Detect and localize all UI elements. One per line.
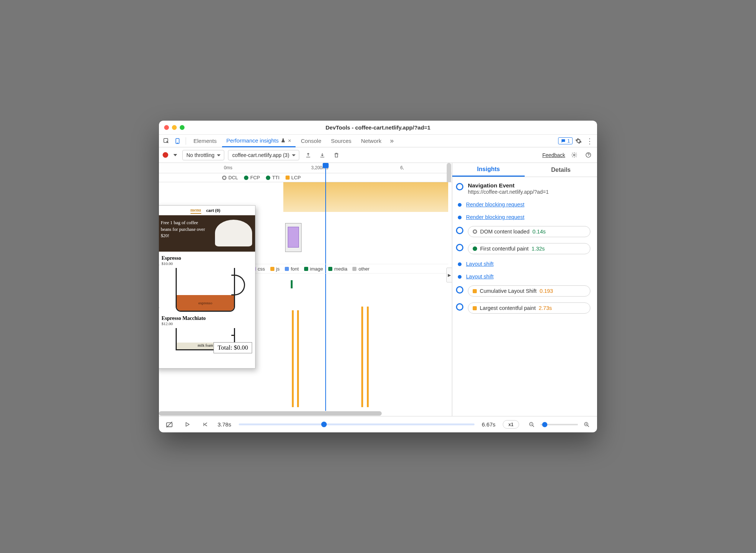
- preview-item2-name: Espresso Macchiato: [162, 315, 249, 321]
- marker-tti: TTI: [266, 175, 280, 180]
- seek-start-icon[interactable]: [200, 420, 210, 429]
- feedback-link[interactable]: Feedback: [542, 152, 565, 158]
- no-screenshot-icon[interactable]: [164, 420, 175, 429]
- bar: [292, 310, 294, 407]
- mug-fill: espresso: [177, 295, 234, 311]
- slider-thumb-icon[interactable]: [542, 422, 547, 427]
- timeline-body[interactable]: css js font image media other ▶: [159, 182, 452, 411]
- screenshot-thumb[interactable]: [285, 223, 302, 252]
- play-icon[interactable]: [182, 420, 192, 429]
- svg-point-3: [573, 154, 575, 156]
- seek-slider[interactable]: [239, 423, 475, 425]
- traffic-lights: [164, 125, 185, 130]
- bar: [291, 280, 293, 288]
- expand-marker-icon[interactable]: ▶: [159, 305, 159, 310]
- metric-label: Largest contentful paint: [480, 305, 536, 311]
- insight-fcp[interactable]: First contentful paint 1.32s: [468, 243, 590, 254]
- divider: [186, 137, 186, 145]
- timeline-node-icon: [456, 227, 463, 234]
- collapse-sidepane-icon[interactable]: ▶: [446, 268, 452, 282]
- preview-item1-name: Espresso: [162, 255, 249, 261]
- zoom-slider[interactable]: [541, 424, 578, 425]
- preview-menu: menu: [190, 207, 201, 214]
- tab-performance-insights[interactable]: Performance insights ×: [222, 135, 296, 147]
- insight-layout-shift[interactable]: Layout shift: [466, 260, 493, 267]
- perf-toolbar: No throttling coffee-cart.netlify.app (3…: [159, 147, 597, 163]
- marker-lcp: LCP: [286, 175, 301, 180]
- zoom-in-icon[interactable]: [581, 420, 592, 429]
- milestone-markers: DCL FCP TTI LCP: [159, 173, 452, 182]
- close-tab-icon[interactable]: ×: [288, 137, 291, 144]
- insight-lcp[interactable]: Largest contentful paint 2.73s: [468, 302, 590, 314]
- preview-item1-price: $10.00: [162, 261, 249, 266]
- preview-item2-price: $12.00: [162, 321, 249, 326]
- slider-thumb-icon[interactable]: [321, 422, 327, 427]
- inspect-icon[interactable]: [161, 136, 172, 146]
- download-icon[interactable]: [317, 150, 328, 160]
- svg-line-12: [587, 425, 589, 427]
- insight-layout-shift[interactable]: Layout shift: [466, 273, 493, 279]
- help-icon[interactable]: [583, 150, 593, 160]
- panel-tabs: Elements Performance insights × Console …: [159, 135, 597, 147]
- throttling-select[interactable]: No throttling: [182, 150, 224, 160]
- session-select[interactable]: coffee-cart.netlify.app (3): [228, 150, 299, 160]
- resource-legend: css js font image media other: [252, 264, 448, 274]
- tab-sources[interactable]: Sources: [326, 135, 356, 147]
- timeline-node-icon: [458, 216, 462, 219]
- tab-network[interactable]: Network: [356, 135, 386, 147]
- tab-elements[interactable]: Elements: [189, 135, 221, 147]
- record-button[interactable]: [163, 152, 168, 158]
- metric-label: Cumulative Layout Shift: [480, 288, 537, 294]
- zoom-out-icon[interactable]: [527, 420, 537, 429]
- device-toggle-icon[interactable]: [172, 136, 183, 146]
- time-ruler[interactable]: 0ms 3,200ms 6,: [159, 163, 452, 173]
- settings-gear-icon[interactable]: [573, 136, 584, 146]
- marker-fcp: FCP: [244, 175, 260, 180]
- timeline-node-icon: [458, 262, 462, 266]
- nav-event-title: Navigation Event: [468, 182, 549, 189]
- tick-6: 6,: [400, 165, 404, 170]
- issues-badge[interactable]: 1: [558, 137, 573, 144]
- upload-icon[interactable]: [303, 150, 313, 160]
- bar: [297, 310, 299, 407]
- chat-icon: [561, 138, 566, 144]
- insight-render-blocking[interactable]: Render blocking request: [466, 201, 524, 207]
- playback-bar: 3.78s 6.67s x1: [159, 416, 597, 432]
- metric-value: 0.193: [540, 288, 553, 294]
- trash-icon[interactable]: [331, 150, 342, 160]
- record-dropdown-icon[interactable]: [172, 150, 179, 160]
- current-time: 3.78s: [218, 421, 231, 428]
- expand-marker-icon[interactable]: ▶: [159, 262, 159, 267]
- metric-label: DOM content loaded: [480, 229, 529, 235]
- insights-tabs: Insights Details: [452, 163, 597, 177]
- long-task-band: [283, 182, 448, 212]
- timeline-node-icon: [456, 303, 463, 311]
- tab-details[interactable]: Details: [525, 163, 597, 177]
- panel-settings-icon[interactable]: [569, 150, 579, 160]
- insight-cls[interactable]: Cumulative Layout Shift 0.193: [468, 285, 590, 297]
- insights-panel: Insights Details Navigation Event https:…: [452, 163, 597, 416]
- metric-value: 0.14s: [532, 229, 545, 235]
- timeline-panel: 0ms 3,200ms 6, DCL FCP TTI LCP css js fo…: [159, 163, 452, 416]
- circle-icon: [473, 229, 477, 234]
- zoom-controls: [527, 420, 592, 429]
- screenshot-preview: menu cart (0) Free 1 bag of coffee beans…: [159, 205, 255, 369]
- tab-insights[interactable]: Insights: [452, 163, 525, 177]
- insights-list[interactable]: Navigation Event https://coffee-cart.net…: [452, 177, 597, 416]
- close-icon[interactable]: [164, 125, 169, 130]
- maximize-icon[interactable]: [180, 125, 185, 130]
- badge-count: 1: [567, 138, 570, 144]
- insight-dcl[interactable]: DOM content loaded 0.14s: [468, 226, 590, 237]
- insight-render-blocking[interactable]: Render blocking request: [466, 213, 524, 220]
- kebab-menu-icon[interactable]: ⋮: [584, 136, 595, 146]
- h-scrollbar[interactable]: [159, 411, 382, 416]
- main-area: 0ms 3,200ms 6, DCL FCP TTI LCP css js fo…: [159, 163, 597, 416]
- speed-pill[interactable]: x1: [503, 420, 519, 429]
- tab-console[interactable]: Console: [296, 135, 326, 147]
- more-tabs-icon[interactable]: »: [387, 136, 397, 146]
- timeline-node-icon: [458, 275, 462, 279]
- minimize-icon[interactable]: [172, 125, 177, 130]
- square-icon: [473, 289, 477, 293]
- bar: [367, 307, 369, 407]
- window-title: DevTools - coffee-cart.netlify.app/?ad=1: [164, 124, 592, 131]
